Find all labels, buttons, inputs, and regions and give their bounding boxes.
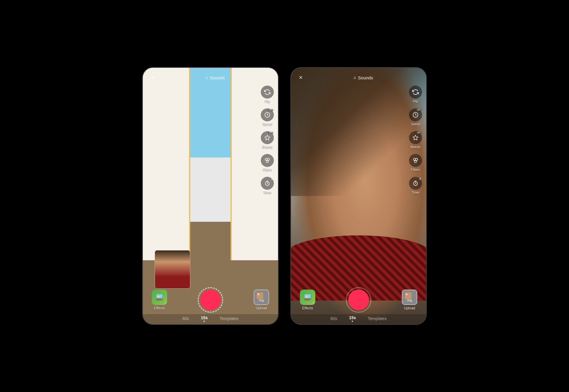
svg-point-28 <box>406 293 407 295</box>
upload-label-2: Upload <box>404 306 415 310</box>
flip-control-2[interactable]: Flip <box>409 86 422 103</box>
filters-control-2[interactable]: Filters <box>409 154 422 171</box>
phone-wrapper-1: × ♫ Sounds Fl <box>142 67 279 325</box>
tab-active-dot-1 <box>204 321 205 322</box>
svg-point-19 <box>414 160 416 163</box>
right-controls-1: Flip OFF Speed <box>261 86 274 194</box>
timer-icon-1: 3 <box>261 177 274 190</box>
upload-icon-2: img <box>402 290 417 305</box>
timer-icon-2: 3 <box>409 177 422 190</box>
beauty-control-1[interactable]: OFF Beauty <box>261 131 274 149</box>
camera-view-2: × ♫ Sounds Fl <box>291 68 426 324</box>
timer-control-2[interactable]: 3 Timer <box>409 177 422 194</box>
sounds-button-1[interactable]: ♫ Sounds <box>205 75 225 80</box>
phone-screen-2: × ♫ Sounds Fl <box>290 67 427 325</box>
screens-container: × ♫ Sounds Fl <box>142 67 427 325</box>
sounds-icon-1: ♫ <box>205 75 208 80</box>
svg-text:img: img <box>259 299 264 302</box>
svg-text:img: img <box>407 299 412 302</box>
beauty-icon-1: OFF <box>261 131 274 144</box>
svg-point-8 <box>157 296 160 298</box>
record-button-inner-1 <box>200 290 221 310</box>
bottom-controls-2: ↓ Effects <box>291 286 426 324</box>
sounds-icon-2: ♫ <box>353 75 356 80</box>
effects-label-1: Effects <box>154 306 165 310</box>
svg-marker-16 <box>413 135 418 140</box>
filters-icon-2 <box>409 154 422 167</box>
tab-templates-1[interactable]: Templates <box>220 316 239 321</box>
speed-label-2: Speed <box>411 122 420 126</box>
tabs-row-2: 60s 15s Templates <box>291 314 426 324</box>
close-button-2[interactable]: × <box>296 73 305 82</box>
speed-off-badge-2: OFF <box>416 109 421 111</box>
record-button-inner-2 <box>348 290 369 310</box>
effects-button-2[interactable]: ↓ Effects <box>300 290 315 310</box>
top-bar-1: × ♫ Sounds <box>143 68 278 82</box>
flip-icon-2 <box>409 86 422 99</box>
sounds-label-1: Sounds <box>210 75 225 80</box>
upload-icon-1: img <box>254 290 269 305</box>
effects-icon-1: ↓ <box>152 290 167 305</box>
timer-badge-2: 3 <box>419 177 421 180</box>
record-row-2: ↓ Effects <box>291 286 426 314</box>
tab-active-dot-2 <box>352 321 353 322</box>
record-row-1: ↓ Effects <box>143 286 278 314</box>
effects-button-1[interactable]: ↓ Effects <box>152 290 167 310</box>
timer-label-1: Timer <box>263 191 271 194</box>
filters-label-1: Filters <box>263 168 272 171</box>
tabs-row-1: 60s 15s Templates <box>143 314 278 324</box>
timer-control-1[interactable]: 3 Timer <box>261 177 274 194</box>
speed-icon-2: OFF <box>409 108 422 121</box>
svg-point-23 <box>305 296 308 298</box>
upload-button-2[interactable]: img Upload <box>402 290 417 310</box>
record-button-outer-1[interactable] <box>198 287 223 313</box>
sounds-label-2: Sounds <box>358 75 373 80</box>
tab-15s-label-2: 15s <box>349 315 356 320</box>
beauty-off-badge-2: OFF <box>416 132 421 134</box>
speed-label-1: Speed <box>263 122 272 126</box>
tab-60s-2[interactable]: 60s <box>330 316 337 321</box>
beauty-icon-2: OFF <box>409 131 422 144</box>
tab-60s-1[interactable]: 60s <box>182 316 189 321</box>
svg-point-18 <box>415 158 418 160</box>
tab-templates-2[interactable]: Templates <box>368 316 387 321</box>
flip-control-1[interactable]: Flip <box>261 86 274 103</box>
beauty-label-1: Beauty <box>262 145 272 149</box>
speed-icon-1: OFF <box>261 108 274 121</box>
camera-view-1: × ♫ Sounds Fl <box>143 68 278 324</box>
effects-icon-2: ↓ <box>300 290 315 305</box>
sounds-button-2[interactable]: ♫ Sounds <box>353 75 373 80</box>
flip-label-2: Flip <box>413 99 418 103</box>
tab-15s-2[interactable]: 15s <box>349 315 356 322</box>
svg-text:↓: ↓ <box>161 298 162 301</box>
svg-point-4 <box>266 160 268 163</box>
speed-control-1[interactable]: OFF Speed <box>261 108 274 126</box>
effects-label-2: Effects <box>302 306 313 310</box>
svg-rect-12 <box>257 293 263 299</box>
svg-point-2 <box>265 158 267 160</box>
flip-label-1: Flip <box>265 99 270 103</box>
filters-control-1[interactable]: Filters <box>261 154 274 171</box>
beauty-control-2[interactable]: OFF Beauty <box>409 131 422 149</box>
top-bar-2: × ♫ Sounds <box>291 68 426 82</box>
tab-15s-label-1: 15s <box>201 315 208 320</box>
tab-15s-1[interactable]: 15s <box>201 315 208 322</box>
filters-icon-1 <box>261 154 274 167</box>
filters-label-2: Filters <box>411 168 420 171</box>
upload-label-1: Upload <box>256 306 267 310</box>
beauty-label-2: Beauty <box>410 145 421 149</box>
svg-rect-27 <box>405 293 411 299</box>
close-button-1[interactable]: × <box>148 73 157 82</box>
svg-point-13 <box>258 293 259 295</box>
record-button-outer-2[interactable] <box>346 287 371 313</box>
speed-off-badge-1: OFF <box>268 109 273 111</box>
corner-face-1 <box>155 250 190 288</box>
timer-badge-1: 3 <box>271 177 273 180</box>
svg-marker-1 <box>265 135 270 140</box>
svg-point-3 <box>267 158 269 160</box>
phone-screen-1: × ♫ Sounds Fl <box>142 67 279 325</box>
upload-button-1[interactable]: img Upload <box>254 290 269 310</box>
speed-control-2[interactable]: OFF Speed <box>409 108 422 126</box>
building-left-1 <box>143 68 190 260</box>
phone-wrapper-2: × ♫ Sounds Fl <box>290 67 427 325</box>
